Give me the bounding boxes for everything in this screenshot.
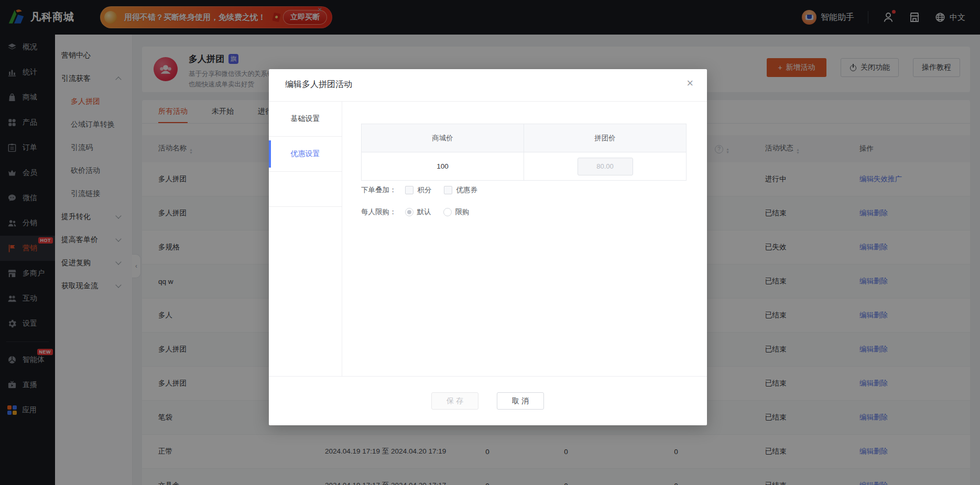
- modal-nav-empty-cell: [269, 172, 342, 207]
- purchase-limit-row: 每人限购： 默认 限购: [361, 207, 470, 217]
- order-stack-row: 下单叠加： 积分 优惠券: [361, 185, 477, 195]
- save-button: 保 存: [431, 392, 478, 410]
- group-price-input: [578, 158, 633, 175]
- col-group-price: 拼团价: [524, 124, 686, 152]
- points-checkbox[interactable]: [405, 186, 413, 194]
- edit-group-buying-modal: 编辑多人拼团活动 × 基础设置 优惠设置 商城价 拼团价 100 下单叠加： 积…: [269, 69, 707, 425]
- close-icon[interactable]: ×: [687, 78, 693, 89]
- coupon-checkbox[interactable]: [444, 186, 452, 194]
- limit-radio[interactable]: [443, 208, 452, 216]
- default-label: 默认: [417, 207, 431, 217]
- price-table: 商城价 拼团价 100: [361, 124, 687, 181]
- modal-tab-discount-settings[interactable]: 优惠设置: [269, 137, 342, 172]
- col-mall-price: 商城价: [362, 124, 524, 152]
- purchase-limit-label: 每人限购：: [361, 207, 397, 217]
- order-stack-label: 下单叠加：: [361, 185, 397, 195]
- limit-label: 限购: [455, 207, 470, 217]
- modal-nav: 基础设置 优惠设置: [269, 102, 342, 376]
- mall-price-value: 100: [362, 152, 524, 180]
- modal-tab-basic-settings[interactable]: 基础设置: [269, 102, 342, 137]
- default-radio[interactable]: [405, 208, 413, 216]
- cancel-button[interactable]: 取 消: [497, 392, 544, 410]
- coupon-label: 优惠券: [456, 185, 478, 195]
- modal-footer-divider: [269, 376, 707, 377]
- points-label: 积分: [418, 185, 432, 195]
- modal-title: 编辑多人拼团活动: [285, 79, 352, 90]
